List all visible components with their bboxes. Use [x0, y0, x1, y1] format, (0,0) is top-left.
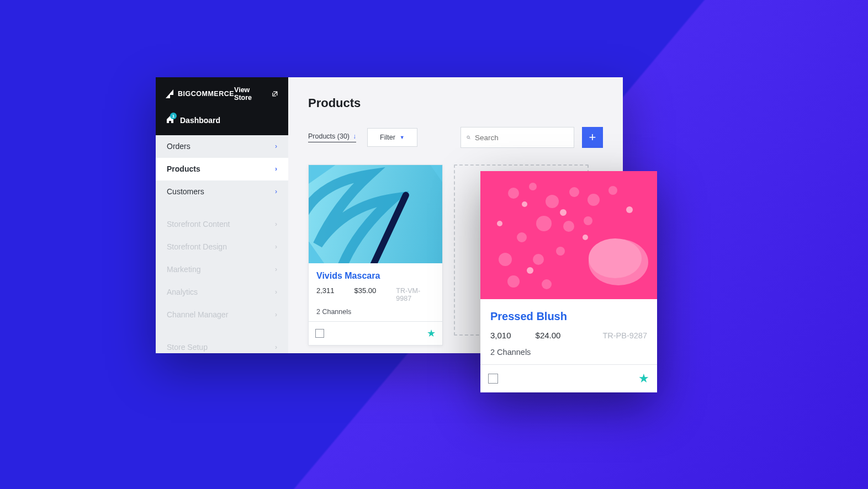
svg-point-57	[583, 235, 588, 240]
chevron-right-icon: ›	[275, 220, 277, 228]
nav-store-setup[interactable]: Store Setup ›	[156, 336, 288, 353]
toolbar: Products (30) ↓ Filter ▼ +	[308, 127, 603, 148]
nav-label: Marketing	[167, 265, 200, 274]
svg-point-54	[542, 279, 552, 289]
notification-badge: 1	[170, 113, 177, 119]
nav-label: Customers	[167, 187, 204, 196]
svg-point-60	[626, 206, 633, 213]
svg-point-59	[497, 221, 502, 226]
svg-point-0	[467, 136, 469, 138]
products-count-sort[interactable]: Products (30) ↓	[308, 132, 356, 142]
nav-orders[interactable]: Orders ›	[156, 135, 288, 158]
nav-storefront-content[interactable]: Storefront Content ›	[156, 213, 288, 236]
svg-point-55	[522, 201, 527, 207]
filter-button[interactable]: Filter ▼	[367, 128, 417, 147]
chevron-right-icon: ›	[275, 243, 277, 251]
plus-icon: +	[589, 130, 596, 145]
logo: BIGCOMMERCE	[166, 89, 234, 98]
product-card-large[interactable]: Pressed Blush 3,010 $24.00 TR-PB-9287 2 …	[480, 171, 657, 392]
svg-point-51	[533, 254, 544, 265]
svg-point-41	[529, 183, 537, 190]
product-channels: 2 Channels	[316, 308, 435, 316]
product-checkbox[interactable]	[488, 374, 498, 384]
dashboard-link[interactable]: 1 Dashboard	[156, 107, 288, 135]
svg-point-45	[608, 186, 617, 195]
nav-label: Orders	[167, 142, 190, 151]
star-icon[interactable]: ★	[638, 371, 649, 386]
svg-point-46	[536, 216, 552, 231]
chevron-right-icon: ›	[275, 288, 277, 296]
nav-label: Analytics	[167, 288, 198, 296]
svg-point-44	[588, 194, 600, 206]
svg-point-40	[508, 188, 519, 199]
sort-arrow-down-icon: ↓	[353, 132, 356, 140]
svg-line-1	[469, 138, 470, 139]
svg-point-58	[527, 267, 533, 274]
nav-marketing[interactable]: Marketing ›	[156, 258, 288, 281]
svg-point-47	[563, 221, 574, 232]
product-title[interactable]: Pressed Blush	[490, 310, 647, 323]
chevron-right-icon: ›	[275, 165, 277, 173]
svg-point-48	[584, 216, 592, 225]
svg-point-49	[517, 232, 527, 242]
svg-point-42	[546, 195, 559, 208]
product-image	[480, 171, 657, 299]
nav-label: Storefront Design	[167, 242, 227, 251]
logo-icon	[166, 89, 174, 98]
external-link-icon	[272, 91, 278, 97]
nav-label: Store Setup	[167, 343, 208, 352]
product-card[interactable]: Vivids Mascara 2,311 $35.00 TR-VM-9987 2…	[308, 164, 443, 346]
product-sku: TR-VM-9987	[396, 287, 435, 302]
nav-label: Products	[167, 164, 200, 173]
chevron-right-icon: ›	[275, 311, 277, 318]
nav-channel-manager[interactable]: Channel Manager ›	[156, 304, 288, 326]
product-price: $24.00	[536, 331, 561, 340]
chevron-right-icon: ›	[275, 265, 277, 273]
svg-point-39	[589, 238, 642, 278]
search-icon	[467, 134, 470, 141]
sidebar-header: BIGCOMMERCE View Store	[156, 77, 288, 107]
product-image	[309, 165, 442, 263]
product-price: $35.00	[354, 286, 377, 295]
svg-point-50	[499, 253, 512, 266]
search-box[interactable]	[461, 127, 574, 148]
add-product-button[interactable]: +	[582, 127, 603, 148]
svg-point-56	[560, 209, 567, 216]
sidebar: BIGCOMMERCE View Store 1 Dashboard Order…	[156, 77, 288, 353]
nav-analytics[interactable]: Analytics ›	[156, 281, 288, 304]
nav-products[interactable]: Products ›	[156, 158, 288, 180]
chevron-right-icon: ›	[275, 188, 277, 195]
product-qty: 2,311	[316, 286, 335, 295]
nav-label: Storefront Content	[167, 220, 230, 228]
nav: Orders › Products › Customers › Storefro…	[156, 135, 288, 353]
nav-label: Channel Manager	[167, 310, 228, 319]
page-title: Products	[308, 96, 603, 110]
product-qty: 3,010	[490, 331, 511, 340]
product-sku: TR-PB-9287	[602, 331, 647, 340]
svg-point-53	[507, 275, 520, 288]
logo-text: BIGCOMMERCE	[178, 90, 234, 98]
svg-point-52	[556, 247, 565, 256]
chevron-right-icon: ›	[275, 142, 277, 150]
product-checkbox[interactable]	[315, 329, 324, 338]
product-title[interactable]: Vivids Mascara	[316, 271, 435, 281]
svg-point-43	[569, 187, 579, 197]
product-channels: 2 Channels	[490, 348, 647, 357]
view-store-link[interactable]: View Store	[234, 86, 278, 102]
nav-customers[interactable]: Customers ›	[156, 180, 288, 203]
caret-down-icon: ▼	[400, 135, 405, 140]
search-input[interactable]	[475, 134, 568, 142]
chevron-right-icon: ›	[275, 343, 277, 351]
nav-storefront-design[interactable]: Storefront Design ›	[156, 236, 288, 258]
star-icon[interactable]: ★	[427, 327, 436, 339]
